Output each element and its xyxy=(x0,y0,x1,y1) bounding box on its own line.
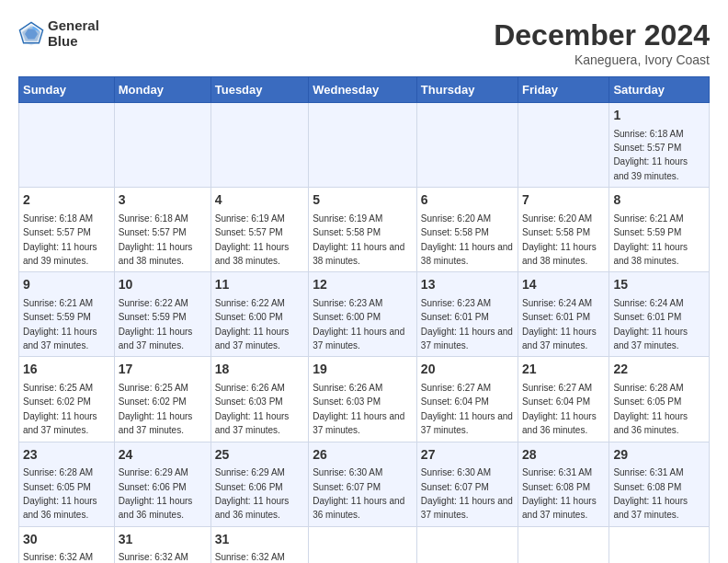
calendar-week-row: 16Sunrise: 6:25 AMSunset: 6:02 PMDayligh… xyxy=(19,357,710,442)
day-number: 15 xyxy=(613,276,705,294)
day-info: Sunrise: 6:32 AMSunset: 6:09 PMDaylight:… xyxy=(119,552,193,563)
day-info: Sunrise: 6:24 AMSunset: 6:01 PMDaylight:… xyxy=(613,298,688,350)
calendar-day-cell: 12Sunrise: 6:23 AMSunset: 6:00 PMDayligh… xyxy=(309,272,417,357)
day-number: 28 xyxy=(522,446,605,465)
calendar-day-cell: 3Sunrise: 6:18 AMSunset: 5:57 PMDaylight… xyxy=(114,188,210,272)
day-number: 14 xyxy=(522,276,605,294)
day-number: 22 xyxy=(613,361,705,379)
calendar-day-cell: 25Sunrise: 6:29 AMSunset: 6:06 PMDayligh… xyxy=(210,442,308,526)
day-info: Sunrise: 6:26 AMSunset: 6:03 PMDaylight:… xyxy=(313,383,404,435)
calendar-day-cell: 1Sunrise: 6:18 AMSunset: 5:57 PMDaylight… xyxy=(609,103,710,188)
day-number: 20 xyxy=(421,361,514,379)
calendar-week-row: 30Sunrise: 6:32 AMSunset: 6:09 PMDayligh… xyxy=(19,526,710,563)
day-info: Sunrise: 6:27 AMSunset: 6:04 PMDaylight:… xyxy=(421,383,513,435)
logo-text: General Blue xyxy=(48,18,99,49)
calendar-day-cell: 7Sunrise: 6:20 AMSunset: 5:58 PMDaylight… xyxy=(518,188,609,272)
calendar-day-cell: 19Sunrise: 6:26 AMSunset: 6:03 PMDayligh… xyxy=(309,357,417,442)
calendar-day-cell: 16Sunrise: 6:25 AMSunset: 6:02 PMDayligh… xyxy=(19,357,115,442)
day-info: Sunrise: 6:25 AMSunset: 6:02 PMDaylight:… xyxy=(23,383,97,435)
day-info: Sunrise: 6:19 AMSunset: 5:57 PMDaylight:… xyxy=(215,213,290,266)
calendar-week-row: 9Sunrise: 6:21 AMSunset: 5:59 PMDaylight… xyxy=(19,272,710,357)
calendar-day-cell: 5Sunrise: 6:19 AMSunset: 5:58 PMDaylight… xyxy=(309,188,417,272)
calendar-day-cell: 15Sunrise: 6:24 AMSunset: 6:01 PMDayligh… xyxy=(609,272,710,357)
empty-cell xyxy=(210,103,308,188)
day-info: Sunrise: 6:26 AMSunset: 6:03 PMDaylight:… xyxy=(215,383,290,435)
day-info: Sunrise: 6:32 AMSunset: 6:09 PMDaylight:… xyxy=(23,552,97,563)
calendar-day-cell xyxy=(309,526,417,563)
calendar-day-cell: 29Sunrise: 6:31 AMSunset: 6:08 PMDayligh… xyxy=(609,442,710,526)
day-of-week-header: Thursday xyxy=(416,77,518,103)
title-section: December 2024 Kaneguera, Ivory Coast xyxy=(494,18,710,67)
day-number: 27 xyxy=(421,446,514,465)
calendar-day-cell: 23Sunrise: 6:28 AMSunset: 6:05 PMDayligh… xyxy=(19,442,115,526)
calendar-day-cell: 18Sunrise: 6:26 AMSunset: 6:03 PMDayligh… xyxy=(210,357,308,442)
day-info: Sunrise: 6:30 AMSunset: 6:07 PMDaylight:… xyxy=(421,467,513,520)
calendar-day-cell: 6Sunrise: 6:20 AMSunset: 5:58 PMDaylight… xyxy=(416,188,518,272)
day-info: Sunrise: 6:20 AMSunset: 5:58 PMDaylight:… xyxy=(522,213,597,266)
day-info: Sunrise: 6:22 AMSunset: 6:00 PMDaylight:… xyxy=(215,298,290,350)
calendar-day-cell: 28Sunrise: 6:31 AMSunset: 6:08 PMDayligh… xyxy=(518,442,609,526)
day-info: Sunrise: 6:18 AMSunset: 5:57 PMDaylight:… xyxy=(23,213,97,266)
empty-cell xyxy=(19,103,115,188)
day-number: 23 xyxy=(23,446,110,465)
day-info: Sunrise: 6:31 AMSunset: 6:08 PMDaylight:… xyxy=(613,467,688,520)
day-number: 25 xyxy=(215,446,304,465)
calendar-week-row: 23Sunrise: 6:28 AMSunset: 6:05 PMDayligh… xyxy=(19,442,710,526)
day-number: 12 xyxy=(313,276,413,294)
calendar-day-cell: 24Sunrise: 6:29 AMSunset: 6:06 PMDayligh… xyxy=(114,442,210,526)
calendar-day-cell: 31Sunrise: 6:32 AMSunset: 6:09 PMDayligh… xyxy=(114,526,210,563)
calendar-day-cell: 9Sunrise: 6:21 AMSunset: 5:59 PMDaylight… xyxy=(19,272,115,357)
logo-line2: Blue xyxy=(48,34,99,50)
day-info: Sunrise: 6:19 AMSunset: 5:58 PMDaylight:… xyxy=(313,213,404,266)
day-info: Sunrise: 6:31 AMSunset: 6:08 PMDaylight:… xyxy=(522,467,597,520)
calendar-day-cell: 17Sunrise: 6:25 AMSunset: 6:02 PMDayligh… xyxy=(114,357,210,442)
day-number: 18 xyxy=(215,361,304,379)
day-info: Sunrise: 6:23 AMSunset: 6:00 PMDaylight:… xyxy=(313,298,404,350)
day-of-week-header: Sunday xyxy=(19,77,115,103)
calendar-day-cell: 20Sunrise: 6:27 AMSunset: 6:04 PMDayligh… xyxy=(416,357,518,442)
calendar-day-cell xyxy=(609,526,710,563)
day-number: 4 xyxy=(215,191,304,210)
day-info: Sunrise: 6:32 AMSunset: 6:10 PMDaylight:… xyxy=(215,552,290,563)
day-info: Sunrise: 6:29 AMSunset: 6:06 PMDaylight:… xyxy=(119,467,193,520)
day-number: 16 xyxy=(23,361,110,379)
day-info: Sunrise: 6:28 AMSunset: 6:05 PMDaylight:… xyxy=(23,467,97,520)
logo-line1: General xyxy=(48,18,99,34)
day-number: 10 xyxy=(119,276,207,294)
calendar-day-cell: 13Sunrise: 6:23 AMSunset: 6:01 PMDayligh… xyxy=(416,272,518,357)
day-info: Sunrise: 6:20 AMSunset: 5:58 PMDaylight:… xyxy=(421,213,513,266)
calendar-day-cell: 26Sunrise: 6:30 AMSunset: 6:07 PMDayligh… xyxy=(309,442,417,526)
empty-cell xyxy=(518,103,609,188)
day-number: 3 xyxy=(119,191,207,210)
calendar-day-cell: 31Sunrise: 6:32 AMSunset: 6:10 PMDayligh… xyxy=(210,526,308,563)
day-number: 7 xyxy=(522,191,605,210)
day-info: Sunrise: 6:24 AMSunset: 6:01 PMDaylight:… xyxy=(522,298,597,350)
day-number: 17 xyxy=(119,361,207,379)
day-number: 24 xyxy=(119,446,207,465)
calendar-day-cell xyxy=(416,526,518,563)
day-number: 6 xyxy=(421,191,514,210)
day-number: 29 xyxy=(613,446,705,465)
page-header: General Blue December 2024 Kaneguera, Iv… xyxy=(18,18,710,67)
day-info: Sunrise: 6:21 AMSunset: 5:59 PMDaylight:… xyxy=(613,213,688,266)
day-number: 13 xyxy=(421,276,514,294)
calendar-day-cell: 22Sunrise: 6:28 AMSunset: 6:05 PMDayligh… xyxy=(609,357,710,442)
calendar-day-cell: 2Sunrise: 6:18 AMSunset: 5:57 PMDaylight… xyxy=(19,188,115,272)
day-of-week-header: Friday xyxy=(518,77,609,103)
day-info: Sunrise: 6:30 AMSunset: 6:07 PMDaylight:… xyxy=(313,467,404,520)
day-number: 30 xyxy=(23,531,110,549)
calendar-header-row: SundayMondayTuesdayWednesdayThursdayFrid… xyxy=(19,77,710,103)
day-number: 21 xyxy=(522,361,605,379)
location-label: Kaneguera, Ivory Coast xyxy=(494,52,710,67)
calendar-day-cell: 4Sunrise: 6:19 AMSunset: 5:57 PMDaylight… xyxy=(210,188,308,272)
day-info: Sunrise: 6:21 AMSunset: 5:59 PMDaylight:… xyxy=(23,298,97,350)
day-info: Sunrise: 6:27 AMSunset: 6:04 PMDaylight:… xyxy=(522,383,597,435)
day-info: Sunrise: 6:23 AMSunset: 6:01 PMDaylight:… xyxy=(421,298,513,350)
calendar-week-row: 1Sunrise: 6:18 AMSunset: 5:57 PMDaylight… xyxy=(19,103,710,188)
day-info: Sunrise: 6:25 AMSunset: 6:02 PMDaylight:… xyxy=(119,383,193,435)
day-number: 31 xyxy=(215,531,304,549)
calendar-day-cell: 27Sunrise: 6:30 AMSunset: 6:07 PMDayligh… xyxy=(416,442,518,526)
calendar-day-cell: 30Sunrise: 6:32 AMSunset: 6:09 PMDayligh… xyxy=(19,526,115,563)
day-of-week-header: Wednesday xyxy=(309,77,417,103)
calendar-day-cell: 14Sunrise: 6:24 AMSunset: 6:01 PMDayligh… xyxy=(518,272,609,357)
